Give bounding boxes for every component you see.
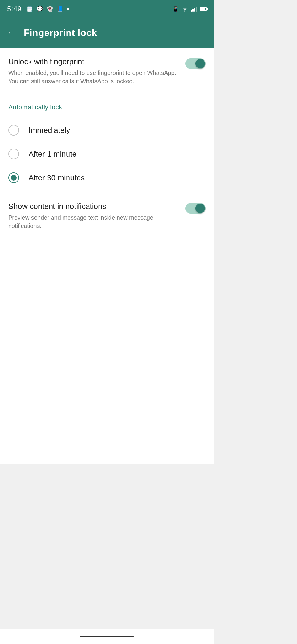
radio-immediately[interactable]: Immediately (0, 118, 214, 142)
radio-label-after-1-minute: After 1 minute (29, 149, 77, 159)
radio-label-immediately: Immediately (29, 126, 70, 135)
system-icons: 📳 (172, 6, 207, 12)
notification-dot (67, 8, 69, 10)
content-area: Unlock with fingerprint When enabled, yo… (0, 48, 214, 464)
snapchat-icon: 👻 (47, 6, 53, 12)
messenger-icon: 💬 (37, 6, 43, 12)
unlock-fingerprint-text: Unlock with fingerprint When enabled, yo… (8, 57, 185, 85)
radio-after-30-minutes[interactable]: After 30 minutes (0, 166, 214, 190)
radio-circle-after-1-minute[interactable] (8, 149, 19, 159)
battery-icon (200, 7, 207, 11)
toggle-thumb-notifications (195, 204, 205, 213)
status-time: 5:49 (7, 5, 22, 13)
status-bar: 5:49 🗒️ 💬 👻 📘 📳 (0, 0, 214, 18)
auto-lock-radio-group: Immediately After 1 minute After 30 minu… (0, 116, 214, 192)
notifications-content-toggle[interactable] (185, 203, 206, 214)
svg-point-0 (184, 11, 185, 12)
signal-strength-icon (191, 6, 197, 12)
radio-circle-immediately[interactable] (8, 125, 19, 136)
auto-lock-label: Automatically lock (8, 103, 62, 111)
radio-circle-after-30-minutes[interactable] (8, 172, 19, 183)
notifications-content-title: Show content in notifications (8, 202, 179, 211)
radio-after-1-minute[interactable]: After 1 minute (0, 142, 214, 166)
unlock-fingerprint-toggle-container[interactable] (185, 57, 206, 69)
back-button[interactable]: ← (7, 29, 15, 37)
radio-label-after-30-minutes: After 30 minutes (29, 173, 85, 182)
notification-icons: 🗒️ 💬 👻 📘 (26, 6, 69, 12)
notifications-content-setting[interactable]: Show content in notifications Preview se… (0, 192, 214, 240)
auto-lock-section-header: Automatically lock (0, 95, 214, 116)
facebook-icon: 📘 (57, 6, 63, 12)
unlock-fingerprint-setting[interactable]: Unlock with fingerprint When enabled, yo… (0, 48, 214, 95)
unlock-fingerprint-toggle[interactable] (185, 58, 206, 69)
unlock-fingerprint-title: Unlock with fingerprint (8, 57, 179, 66)
clipboard-icon: 🗒️ (26, 6, 33, 12)
page-title: Fingerprint lock (24, 27, 97, 38)
radio-inner-after-30-minutes (11, 175, 17, 181)
notifications-content-toggle-container[interactable] (185, 202, 206, 214)
notifications-content-text: Show content in notifications Preview se… (8, 202, 185, 230)
vibrate-icon: 📳 (172, 6, 179, 12)
notifications-content-subtitle: Preview sender and message text inside n… (8, 213, 179, 230)
wifi-icon (181, 6, 188, 12)
unlock-fingerprint-subtitle: When enabled, you'll need to use fingerp… (8, 69, 179, 85)
app-bar: ← Fingerprint lock (0, 18, 214, 48)
toggle-thumb (195, 59, 205, 68)
